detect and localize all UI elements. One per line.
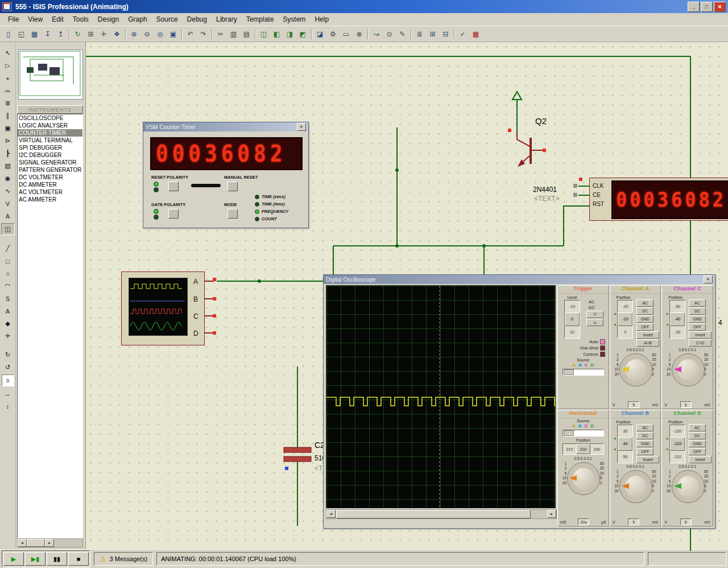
remove-sheet-icon[interactable]: ⊟: [439, 27, 452, 40]
block-copy-icon[interactable]: ◫: [257, 27, 270, 40]
instrument-i2c-debugger[interactable]: I2C DEBUGGER: [18, 151, 82, 159]
channel-c-gnd-button[interactable]: GND: [689, 315, 706, 323]
make-device-icon[interactable]: ⚙: [326, 27, 340, 40]
instrument-oscilloscope[interactable]: OSCILLOSCOPE: [18, 114, 82, 122]
instrument-signal-generator[interactable]: SIGNAL GENERATOR: [18, 159, 82, 166]
position-up-icon[interactable]: ▲: [614, 312, 617, 315]
instrument-virtual-terminal[interactable]: VIRTUAL TERMINAL: [18, 137, 82, 144]
instrument-ac-voltmeter[interactable]: AC VOLTMETER: [18, 188, 82, 196]
message-indicator[interactable]: ⚠ 3 Message(s): [94, 552, 153, 566]
horizontal-position-slider[interactable]: 210 200 190: [562, 443, 604, 455]
oscilloscope-titlebar[interactable]: Digital Oscilloscope ✕: [324, 275, 715, 284]
channel-d-gnd-button[interactable]: GND: [689, 440, 706, 447]
schematic-canvas[interactable]: Q2 2N4401 <TEXT> C2 510 <TE 4 A B: [86, 42, 728, 551]
close-icon[interactable]: ✕: [297, 123, 306, 131]
scroll-thumb[interactable]: [27, 539, 45, 547]
counter-timer-titlebar[interactable]: VSM Counter Timer ✕: [143, 122, 308, 131]
channel-a-ac-button[interactable]: AC: [636, 299, 653, 307]
channel-c-position-slider[interactable]: -50 -40 -30: [669, 300, 685, 339]
channel-d-position-slider[interactable]: -130 -120 -110: [669, 425, 685, 463]
timebase-knob[interactable]: [567, 462, 600, 495]
scroll-left-icon[interactable]: ◄: [18, 539, 27, 547]
position-down-icon[interactable]: ▼: [665, 323, 669, 327]
packaging-tool-icon[interactable]: ▭: [340, 27, 353, 40]
channel-b-ac-button[interactable]: AC: [636, 424, 653, 431]
junction-dot-mode-icon[interactable]: +: [2, 73, 14, 84]
manual-reset-button[interactable]: [228, 182, 238, 191]
position-down-icon[interactable]: ▼: [614, 323, 617, 327]
cut-icon[interactable]: ✂: [214, 27, 227, 40]
mirror-vertical-icon[interactable]: ↕: [2, 401, 14, 411]
panel-scrollbar[interactable]: ◄ ►: [17, 538, 83, 548]
menu-help[interactable]: Help: [310, 14, 333, 24]
instrument-pattern-generator[interactable]: PATTERN GENERATOR: [18, 166, 82, 174]
instrument-dc-voltmeter[interactable]: DC VOLTMETER: [18, 174, 82, 181]
trigger-level-slider[interactable]: -10 0 10: [564, 300, 580, 339]
menu-template[interactable]: Template: [242, 14, 279, 24]
menu-system[interactable]: System: [278, 14, 310, 24]
stop-button[interactable]: ■: [68, 552, 89, 566]
pan-icon[interactable]: ❖: [110, 27, 123, 40]
export-section-icon[interactable]: ↥: [54, 27, 67, 40]
search-tag-icon[interactable]: ⊙: [383, 27, 396, 40]
transistor-value-label[interactable]: 2N4401: [533, 186, 557, 194]
step-button[interactable]: ▶▮: [25, 552, 46, 566]
minimize-button[interactable]: _: [688, 2, 700, 12]
new-file-icon[interactable]: ▯: [2, 27, 15, 40]
transistor-ref-label[interactable]: Q2: [535, 116, 547, 126]
channel-b-gain-knob[interactable]: [619, 470, 652, 503]
overview-window[interactable]: [18, 50, 83, 100]
channel-d-ac-button[interactable]: AC: [689, 424, 706, 431]
property-assignment-icon[interactable]: ✎: [396, 27, 409, 40]
mode-button[interactable]: [228, 209, 238, 219]
subcircuit-mode-icon[interactable]: ▣: [2, 123, 14, 134]
text-script-mode-icon[interactable]: ≣: [2, 98, 14, 109]
current-probe-mode-icon[interactable]: A: [2, 211, 14, 221]
channel-c-gain-knob[interactable]: [672, 353, 705, 386]
trigger-source-slider[interactable]: [562, 369, 604, 376]
circle-tool-icon[interactable]: ○: [2, 268, 14, 279]
pick-device-icon[interactable]: ◪: [313, 27, 326, 40]
box-tool-icon[interactable]: □: [2, 256, 14, 266]
netlist-to-ares-icon[interactable]: ▦: [469, 27, 482, 40]
channel-a-dc-button[interactable]: DC: [636, 307, 653, 315]
channel-d-gain-knob[interactable]: [672, 470, 705, 503]
channel-c-off-button[interactable]: OFF: [689, 323, 706, 331]
instrument-dc-ammeter[interactable]: DC AMMETER: [18, 181, 82, 188]
selection-mode-icon[interactable]: ↖: [2, 48, 14, 59]
zoom-all-icon[interactable]: ◎: [154, 27, 167, 40]
marker-tool-icon[interactable]: ✛: [2, 331, 14, 341]
slider-thumb[interactable]: [564, 369, 574, 375]
gate-polarity-button[interactable]: [168, 209, 179, 219]
graph-mode-icon[interactable]: ▧: [2, 160, 14, 171]
mode-time-hms[interactable]: TIME (hms): [255, 201, 284, 207]
auto-button[interactable]: Auto: [558, 339, 609, 345]
position-down-icon[interactable]: ▼: [614, 448, 617, 451]
counter-display-component[interactable]: CLK CE RST 00036082: [589, 178, 728, 221]
position-down-icon[interactable]: ▼: [665, 448, 669, 451]
position-up-icon[interactable]: ▲: [665, 312, 669, 315]
channel-a-invert-button[interactable]: Invert: [636, 331, 659, 339]
instrument-logic-analyser[interactable]: LOGIC ANALYSER: [18, 122, 82, 129]
scroll-thumb[interactable]: [336, 510, 531, 518]
pattern-generator-component[interactable]: A B C D: [121, 271, 205, 345]
menu-view[interactable]: View: [23, 14, 47, 24]
paste-icon[interactable]: ▤: [240, 27, 253, 40]
false-origin-icon[interactable]: ✛: [97, 27, 110, 40]
undo-icon[interactable]: ↶: [184, 27, 197, 40]
line-tool-icon[interactable]: ╱: [2, 243, 14, 254]
cursors-button[interactable]: Cursors: [558, 351, 609, 357]
menu-design[interactable]: Design: [93, 14, 123, 24]
zoom-out-icon[interactable]: ⊖: [140, 27, 154, 40]
design-explorer-icon[interactable]: ≣: [413, 27, 426, 40]
arc-tool-icon[interactable]: ◠: [2, 281, 14, 291]
horizontal-source-slider[interactable]: [562, 430, 604, 437]
channel-b-dc-button[interactable]: DC: [636, 432, 653, 439]
instrument-spi-debugger[interactable]: SPI DEBUGGER: [18, 144, 82, 151]
channel-c-sum-button[interactable]: C+D: [689, 339, 712, 347]
generator-mode-icon[interactable]: ∿: [2, 186, 14, 196]
instrument-counter-timer[interactable]: COUNTER TIMER: [18, 129, 82, 137]
channel-d-invert-button[interactable]: Invert: [689, 456, 712, 463]
electrical-check-icon[interactable]: ✓: [456, 27, 469, 40]
pause-button[interactable]: ▮▮: [47, 552, 67, 566]
